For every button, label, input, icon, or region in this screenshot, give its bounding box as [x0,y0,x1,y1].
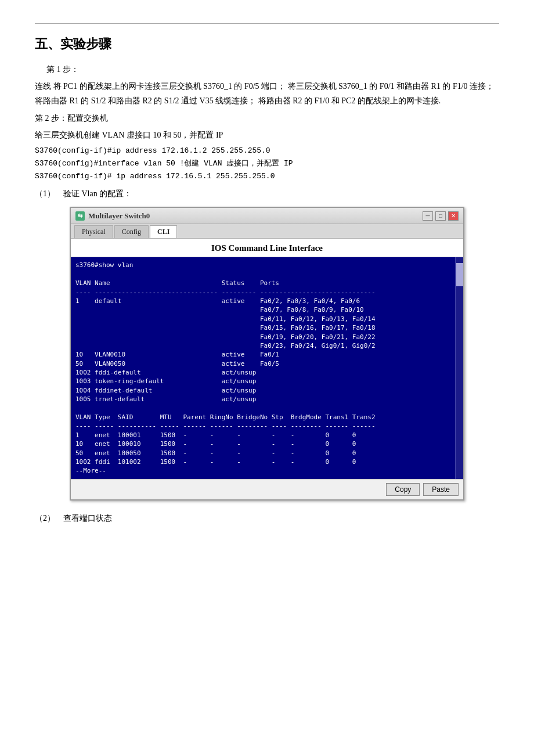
code1: S3760(config-if)#ip address 172.16.1.2 2… [35,145,499,157]
window-controls[interactable]: ─ □ ✕ [423,211,459,221]
cli-scrollbar[interactable] [455,257,463,478]
step1-label: 第 1 步： [35,62,499,77]
window-titlebar: ⇆ Multilayer Switch0 ─ □ ✕ [71,208,463,224]
tab-config[interactable]: Config [114,225,149,238]
check1-label: （1） 验证 Vlan 的配置： [35,186,499,201]
maximize-button[interactable]: □ [435,211,446,221]
check2-label: （2） 查看端口状态 [35,511,499,525]
cli-heading: IOS Command Line Interface [71,239,463,257]
step1-text: 连线 将 PC1 的配线架上的网卡连接三层交换机 S3760_1 的 F0/5 … [35,79,499,108]
window-title-left: ⇆ Multilayer Switch0 [75,211,150,221]
cli-bottom-bar: Copy Paste [71,479,463,499]
close-button[interactable]: ✕ [448,211,459,221]
simulator-window: ⇆ Multilayer Switch0 ─ □ ✕ Physical Conf… [70,207,464,500]
cli-area: s3760#show vlan VLAN Name Status Ports -… [71,257,463,478]
cli-output: s3760#show vlan VLAN Name Status Ports -… [75,261,459,475]
cli-terminal[interactable]: s3760#show vlan VLAN Name Status Ports -… [71,257,463,478]
top-divider [35,23,499,24]
tab-cli[interactable]: CLI [150,225,177,238]
section-title: 五、实验步骤 [35,35,499,53]
step2-label: 第 2 步：配置交换机 [35,111,499,125]
code3: S3760(config-if)# ip address 172.16.5.1 … [35,170,499,183]
step2-text: 给三层交换机创建 VLAN 虚接口 10 和 50，并配置 IP [35,128,499,142]
code2: S3760(config)#interface vlan 50 !创建 VLAN… [35,157,499,170]
window-app-icon: ⇆ [75,211,85,221]
minimize-button[interactable]: ─ [423,211,433,221]
copy-button[interactable]: Copy [386,483,420,496]
window-title: Multilayer Switch0 [88,211,150,221]
cli-scrollbar-thumb[interactable] [456,263,463,286]
tab-physical[interactable]: Physical [74,225,113,238]
paste-button[interactable]: Paste [423,483,459,496]
window-tabs: Physical Config CLI [71,224,463,239]
